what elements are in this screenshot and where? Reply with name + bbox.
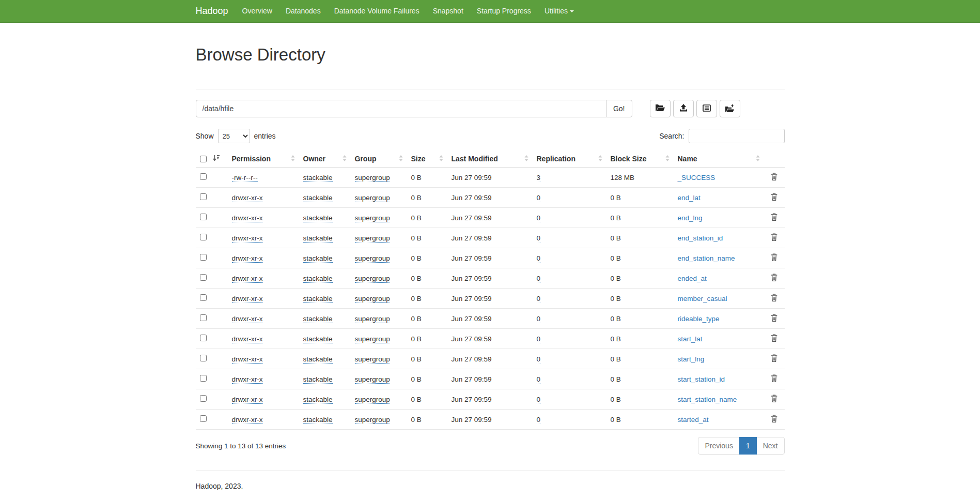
header-name[interactable]: Name: [674, 150, 764, 168]
permission-value[interactable]: drwxr-xr-x: [232, 234, 263, 243]
replication-value[interactable]: 0: [537, 275, 541, 283]
delete-button[interactable]: [771, 274, 777, 281]
header-select-all[interactable]: [196, 150, 228, 168]
owner-value[interactable]: stackable: [303, 416, 333, 424]
file-link[interactable]: ended_at: [678, 275, 707, 282]
row-checkbox[interactable]: [200, 415, 207, 422]
nav-item-startup-progress[interactable]: Startup Progress: [470, 0, 538, 22]
pagination-previous[interactable]: Previous: [698, 437, 739, 455]
replication-value[interactable]: 0: [537, 335, 541, 343]
group-value[interactable]: supergroup: [355, 194, 390, 202]
nav-item-snapshot[interactable]: Snapshot: [426, 0, 470, 22]
replication-value[interactable]: 0: [537, 416, 541, 424]
header-size[interactable]: Size: [407, 150, 447, 168]
row-checkbox[interactable]: [200, 173, 207, 180]
directory-path-input[interactable]: [196, 100, 606, 117]
header-permission[interactable]: Permission: [228, 150, 299, 168]
group-value[interactable]: supergroup: [355, 234, 390, 243]
search-input[interactable]: [689, 129, 785, 143]
row-checkbox[interactable]: [200, 193, 207, 200]
delete-button[interactable]: [771, 294, 777, 301]
replication-value[interactable]: 0: [537, 254, 541, 263]
file-link[interactable]: end_lat: [678, 194, 701, 202]
owner-value[interactable]: stackable: [303, 295, 333, 303]
owner-value[interactable]: stackable: [303, 355, 333, 364]
group-value[interactable]: supergroup: [355, 396, 390, 404]
header-last-modified[interactable]: Last Modified: [447, 150, 533, 168]
row-checkbox[interactable]: [200, 395, 207, 402]
owner-value[interactable]: stackable: [303, 214, 333, 222]
permission-value[interactable]: drwxr-xr-x: [232, 396, 263, 404]
header-replication[interactable]: Replication: [533, 150, 606, 168]
owner-value[interactable]: stackable: [303, 375, 333, 384]
permission-value[interactable]: drwxr-xr-x: [232, 375, 263, 384]
replication-value[interactable]: 0: [537, 355, 541, 364]
delete-button[interactable]: [771, 213, 777, 221]
group-value[interactable]: supergroup: [355, 214, 390, 222]
owner-value[interactable]: stackable: [303, 315, 333, 323]
group-value[interactable]: supergroup: [355, 174, 390, 182]
file-link[interactable]: _SUCCESS: [678, 174, 715, 182]
select-all-checkbox[interactable]: [200, 156, 207, 162]
delete-button[interactable]: [771, 374, 777, 382]
group-value[interactable]: supergroup: [355, 275, 390, 283]
nav-item-utilities-dropdown[interactable]: Utilities: [538, 0, 581, 22]
group-value[interactable]: supergroup: [355, 355, 390, 364]
row-checkbox[interactable]: [200, 254, 207, 261]
file-link[interactable]: start_lng: [678, 355, 705, 363]
permission-value[interactable]: drwxr-xr-x: [232, 355, 263, 364]
delete-button[interactable]: [771, 253, 777, 261]
group-value[interactable]: supergroup: [355, 254, 390, 263]
group-value[interactable]: supergroup: [355, 295, 390, 303]
owner-value[interactable]: stackable: [303, 254, 333, 263]
navbar-brand[interactable]: Hadoop: [196, 0, 228, 22]
permission-value[interactable]: drwxr-xr-x: [232, 315, 263, 323]
file-link[interactable]: member_casual: [678, 295, 727, 303]
group-value[interactable]: supergroup: [355, 416, 390, 424]
delete-button[interactable]: [771, 314, 777, 322]
permission-value[interactable]: drwxr-xr-x: [232, 214, 263, 222]
file-link[interactable]: start_station_id: [678, 375, 725, 383]
replication-value[interactable]: 0: [537, 234, 541, 243]
row-checkbox[interactable]: [200, 355, 207, 361]
file-link[interactable]: end_station_name: [678, 254, 735, 262]
owner-value[interactable]: stackable: [303, 335, 333, 343]
delete-button[interactable]: [771, 334, 777, 342]
paste-button[interactable]: [720, 100, 740, 117]
owner-value[interactable]: stackable: [303, 174, 333, 182]
row-checkbox[interactable]: [200, 375, 207, 382]
owner-value[interactable]: stackable: [303, 234, 333, 243]
delete-button[interactable]: [771, 415, 777, 422]
permission-value[interactable]: drwxr-xr-x: [232, 275, 263, 283]
delete-button[interactable]: [771, 354, 777, 362]
replication-value[interactable]: 0: [537, 194, 541, 202]
replication-value[interactable]: 0: [537, 375, 541, 384]
row-checkbox[interactable]: [200, 314, 207, 321]
cut-selection-button[interactable]: [696, 100, 717, 117]
owner-value[interactable]: stackable: [303, 275, 333, 283]
file-link[interactable]: start_lat: [678, 335, 703, 343]
nav-item-datanodes[interactable]: Datanodes: [279, 0, 328, 22]
group-value[interactable]: supergroup: [355, 375, 390, 384]
file-link[interactable]: started_at: [678, 416, 709, 424]
replication-value[interactable]: 0: [537, 315, 541, 323]
upload-file-button[interactable]: [673, 100, 694, 117]
delete-button[interactable]: [771, 395, 777, 402]
page-size-select[interactable]: 25: [218, 129, 250, 143]
file-link[interactable]: end_station_id: [678, 234, 723, 242]
header-owner[interactable]: Owner: [299, 150, 351, 168]
replication-value[interactable]: 0: [537, 214, 541, 222]
header-group[interactable]: Group: [351, 150, 407, 168]
file-link[interactable]: start_station_name: [678, 396, 737, 403]
pagination-next[interactable]: Next: [756, 437, 785, 455]
header-block-size[interactable]: Block Size: [606, 150, 674, 168]
permission-value[interactable]: drwxr-xr-x: [232, 335, 263, 343]
owner-value[interactable]: stackable: [303, 194, 333, 202]
row-checkbox[interactable]: [200, 335, 207, 341]
permission-value[interactable]: drwxr-xr-x: [232, 295, 263, 303]
row-checkbox[interactable]: [200, 294, 207, 301]
permission-value[interactable]: drwxr-xr-x: [232, 416, 263, 424]
nav-item-overview[interactable]: Overview: [236, 0, 279, 22]
row-checkbox[interactable]: [200, 214, 207, 220]
owner-value[interactable]: stackable: [303, 396, 333, 404]
